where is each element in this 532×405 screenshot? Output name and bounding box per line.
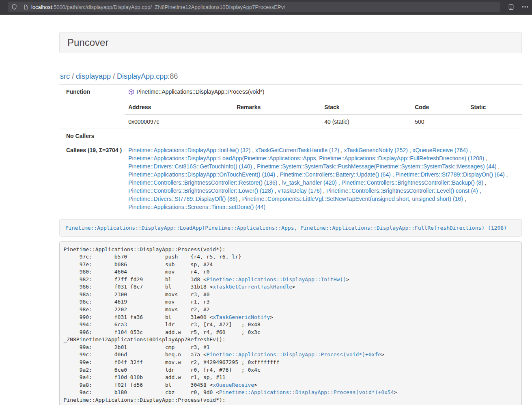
callee-link[interactable]: Pinetime::Controllers::BrightnessControl… [128,187,273,194]
breadcrumb-line-number: :86 [168,72,178,80]
url-path: :5000/path/src/displayapp/DisplayApp.cpp… [52,4,285,10]
callee-separator: , [337,179,342,186]
callee-separator: , [273,187,278,194]
no-callers-cell [125,129,522,143]
callee-separator: , [463,196,466,202]
callee-separator: , [250,147,255,153]
callee-link[interactable]: Pinetime::Applications::DisplayApp::OnTo… [128,171,275,178]
main-content: Puncover src / displayapp / DisplayApp.c… [59,32,522,405]
symbol-link[interactable]: xQueueReceive [213,382,254,388]
code-value: 500 [411,114,467,129]
breadcrumb-link[interactable]: DisplayApp.cpp [117,72,168,80]
symbol-link[interactable]: Pinetime::Applications::DisplayApp::Proc… [219,389,394,395]
callee-link[interactable]: Pinetime::Controllers::Battery::Update()… [280,171,391,178]
breadcrumb-separator: / [111,72,117,80]
stats-row-label-empty [59,100,125,129]
callee-link[interactable]: Pinetime::Applications::DisplayApp::Init… [128,147,250,153]
callee-link[interactable]: lv_task_handler (420) [282,179,337,186]
function-row: Function Pinetime::Applications::Display… [59,85,522,100]
callee-separator: , [505,171,508,178]
breadcrumb: src / displayapp / DisplayApp.cpp:86 [59,71,522,84]
static-value [467,114,522,129]
symbol-link[interactable]: xTaskGetCurrentTaskHandle [213,284,292,290]
shield-icon[interactable] [11,4,17,10]
callees-list: Pinetime::Applications::DisplayApp::Init… [125,143,522,214]
stats-header-row: Address Remarks Stack Code Static [125,100,522,114]
callee-link[interactable]: Pinetime::Drivers::St7789::DisplayOff() … [128,196,237,202]
symbol-link[interactable]: Pinetime::Applications::DisplayApp::Init… [207,276,346,282]
symbol-link[interactable]: Pinetime::Applications::DisplayApp::Proc… [207,351,381,358]
breadcrumb-link[interactable]: src [60,72,70,80]
callee-link[interactable]: Pinetime::Controllers::BrightnessControl… [128,179,277,186]
function-info-table: Function Pinetime::Applications::Display… [59,84,522,214]
col-code: Code [411,100,467,114]
stats-table: Address Remarks Stack Code Static 0x0000… [125,100,522,129]
callee-link[interactable]: vTaskDelay (176) [278,187,321,194]
col-remarks: Remarks [233,100,321,114]
no-callers-label: No Callers [59,129,125,143]
package-icon [128,89,134,97]
function-name-cell: Pinetime::Applications::DisplayApp::Proc… [125,85,522,100]
callee-link[interactable]: xQueueReceive (764) [413,147,468,153]
function-label: Function [59,85,125,100]
disassembly: Pinetime::Applications::DisplayApp::Proc… [59,241,522,405]
callees-label: Callees (19, Σ=3704 ) [59,143,125,214]
stack-value: 40 (static) [321,114,411,129]
url-text[interactable]: localhost:5000/path/src/displayapp/Displ… [31,4,285,10]
callees-row: Callees (19, Σ=3704 ) Pinetime::Applicat… [59,143,522,214]
url-bar[interactable]: localhost:5000/path/src/displayapp/Displ… [8,2,500,12]
reader-mode-icon[interactable] [508,0,514,14]
callee-link[interactable]: Pinetime::Applications::DisplayApp::Load… [128,155,484,162]
callee-link[interactable]: Pinetime::Controllers::BrightnessControl… [341,179,483,186]
callee-separator: , [391,171,396,178]
breadcrumb-link[interactable]: displayapp [76,72,111,80]
col-address: Address [125,100,233,114]
callee-link[interactable]: Pinetime::Applications::Screens::Timer::… [128,204,265,210]
callee-separator: , [478,187,481,194]
no-callers-row: No Callers [59,129,522,143]
remarks-value [233,114,321,129]
callee-link[interactable]: xTaskGenericNotify (252) [344,147,408,153]
callee-separator: , [277,179,282,186]
urlbar-divider [20,4,20,10]
callee-separator: , [408,147,413,153]
highlighted-symbol-link[interactable]: Pinetime::Applications::DisplayApp::Load… [65,225,507,231]
callee-separator: , [237,196,242,202]
callee-link[interactable]: Pinetime::Drivers::Cst816S::GetTouchInfo… [128,163,252,170]
function-name: Pinetime::Applications::DisplayApp::Proc… [136,88,264,95]
meatball-menu-icon[interactable] [521,0,529,14]
callee-separator: , [339,147,344,153]
highlighted-symbol-panel: Pinetime::Applications::DisplayApp::Load… [59,219,522,237]
callee-separator: , [252,163,257,170]
callee-separator: , [468,147,471,153]
page-icon [23,4,28,10]
table-row: 0x0000097c 40 (static) 500 [125,114,522,129]
callee-separator: , [496,163,500,170]
callee-link[interactable]: Pinetime::Controllers::BrightnessControl… [326,187,478,194]
page-title: Puncover [67,37,108,48]
callee-separator: , [321,187,326,194]
stats-cell: Address Remarks Stack Code Static 0x0000… [125,100,522,129]
col-stack: Stack [321,100,411,114]
callee-separator: , [483,179,487,186]
callee-link[interactable]: Pinetime::Components::LittleVgl::SetNewT… [242,196,463,202]
callee-separator: , [484,155,487,162]
address-value: 0x0000097c [125,114,233,129]
breadcrumb-separator: / [70,72,76,80]
callee-separator: , [275,171,280,178]
browser-toolbar: localhost:5000/path/src/displayapp/Displ… [0,0,532,15]
stats-row-wrapper: Address Remarks Stack Code Static 0x0000… [59,100,522,129]
col-static: Static [467,100,522,114]
app-header-panel: Puncover [59,32,522,53]
callee-link[interactable]: Pinetime::Drivers::St7789::DisplayOn() (… [396,171,505,178]
callee-link[interactable]: xTaskGetCurrentTaskHandle (12) [255,147,339,153]
url-host: localhost [31,4,52,10]
callee-link[interactable]: Pinetime::System::SystemTask::PushMessag… [257,163,497,170]
toolbar-divider [518,0,518,14]
symbol-link[interactable]: xTaskGenericNotify [213,314,270,320]
